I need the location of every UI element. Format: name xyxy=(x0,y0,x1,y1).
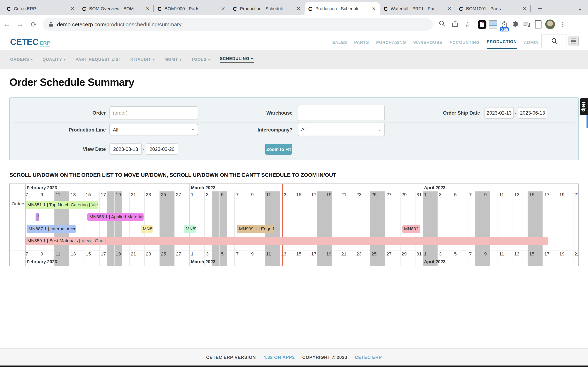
bar-link[interactable]: View xyxy=(81,238,91,243)
url-bar[interactable]: demo.cetecerp.com/productionscheduling/s… xyxy=(43,18,433,31)
day-tick-label: 15 xyxy=(529,251,535,257)
sidebar-panel-icon[interactable] xyxy=(532,19,544,30)
gantt-order-bar[interactable]: MN87 xyxy=(184,225,196,233)
back-button[interactable]: ← xyxy=(0,20,13,28)
cetec-favicon: C xyxy=(384,6,388,12)
browser-toolbar: ← → ⟳ demo.cetecerp.com/productionschedu… xyxy=(0,15,588,34)
bookmark-star-icon[interactable]: ☆ xyxy=(461,20,474,29)
day-tick-label: 23 xyxy=(146,192,151,197)
gantt-order-bar[interactable]: MN892.1 xyxy=(402,225,420,233)
tab-close-icon[interactable]: ✕ xyxy=(220,6,226,11)
subnav-mgmt[interactable]: MGMT▼ xyxy=(164,57,182,61)
browser-tab[interactable]: CProduction - Scheduli✕ xyxy=(229,2,304,15)
top-nav-purchasing[interactable]: PURCHASING xyxy=(376,35,406,49)
bar-link[interactable]: View xyxy=(91,202,98,208)
tab-title: Waterfall - PRT1 - Par xyxy=(391,6,446,11)
top-nav-production[interactable]: PRODUCTION xyxy=(487,34,517,49)
browser-tab[interactable]: CBOM1001 - Parts✕ xyxy=(455,2,531,15)
browser-tab[interactable]: CProduction - Scheduli✕ xyxy=(304,2,380,15)
page-footer: CETEC ERP VERSION 4.82 ON APP2 COPYRIGHT… xyxy=(0,348,588,365)
day-tick-label: 13 xyxy=(71,192,76,197)
share-icon[interactable] xyxy=(449,20,461,29)
day-tick-label: 15 xyxy=(296,251,302,257)
subnav-kitaudit[interactable]: KITAUDIT▼ xyxy=(130,57,156,61)
production-line-select[interactable]: All ▼ xyxy=(109,124,198,135)
gantt-order-bar[interactable]: MN859.1 | Best Materials | View | Gantt xyxy=(26,237,548,245)
hamburger-menu-button[interactable] xyxy=(568,36,579,46)
tab-close-icon[interactable]: ✕ xyxy=(522,6,527,11)
footer-brand-link[interactable]: CETEC ERP xyxy=(355,354,382,360)
browser-menu-kebab-icon[interactable]: ⋮ xyxy=(557,21,569,28)
gantt-order-bar[interactable]: MN909.1 | Edge Pro xyxy=(237,225,274,233)
top-nav-warehouse[interactable]: WAREHOUSE xyxy=(413,35,442,49)
day-tick-label: 15 xyxy=(86,251,91,257)
top-nav-admin[interactable]: ADMIN xyxy=(524,35,539,49)
subnav-scheduling[interactable]: SCHEDULING▼ xyxy=(220,56,254,62)
subnav-quality[interactable]: QUALITY▼ xyxy=(43,57,67,61)
subnav-tools[interactable]: TOOLS▼ xyxy=(191,57,211,61)
browser-tab[interactable]: CBOM Overview - BOM✕ xyxy=(78,2,154,15)
page-title: Order Schedule Summary xyxy=(9,76,134,89)
tab-strip: CCetec ERP✕CBOM Overview - BOM✕CBOM1000 … xyxy=(0,0,588,15)
timer-badge: 0.55 xyxy=(500,27,509,31)
top-nav-accounting[interactable]: ACCOUNTING xyxy=(449,35,480,49)
ship-date-to-input[interactable] xyxy=(518,107,547,119)
zoom-to-fit-button[interactable]: Zoom to Fit xyxy=(265,144,292,155)
window-bottom-edge xyxy=(0,366,588,367)
profile-avatar[interactable] xyxy=(545,20,555,29)
extension-screenshot-icon[interactable] xyxy=(488,19,499,30)
gantt-order-bar[interactable]: MN89 xyxy=(141,225,153,233)
caret-down-icon: ▼ xyxy=(63,58,67,62)
day-tick-label: 17 xyxy=(101,192,106,197)
forward-button[interactable]: → xyxy=(13,20,27,28)
day-tick-label: 27 xyxy=(176,251,181,257)
ship-date-from-input[interactable] xyxy=(484,107,514,119)
playlist-icon[interactable] xyxy=(521,19,532,30)
browser-tab[interactable]: CBOM1000 - Parts✕ xyxy=(154,2,229,15)
warehouse-input[interactable] xyxy=(298,105,385,121)
view-date-from-input[interactable] xyxy=(109,143,142,155)
day-tick-label: 5 xyxy=(221,192,224,197)
browser-tab[interactable]: CWaterfall - PRT1 - Par✕ xyxy=(380,2,455,15)
cetec-logo[interactable]: CETEC ERP xyxy=(10,37,50,47)
gantt-order-bar[interactable]: MN xyxy=(36,213,39,221)
tab-close-icon[interactable]: ✕ xyxy=(69,6,75,11)
day-tick-label: 19 xyxy=(116,192,121,197)
gantt-order-bar[interactable]: MN888.1 | Applied Materials, Inc xyxy=(87,213,144,221)
extension-doc-icon[interactable] xyxy=(476,19,488,30)
zoom-page-icon[interactable] xyxy=(436,20,448,29)
subnav-part-request-list[interactable]: PART REQUEST LIST xyxy=(76,57,121,61)
tab-close-icon[interactable]: ✕ xyxy=(145,6,151,11)
subnav-orders[interactable]: ORDERS▼ xyxy=(10,57,34,61)
tab-close-icon[interactable]: ✕ xyxy=(371,6,377,11)
tab-search-chevron-icon[interactable]: ⌄ xyxy=(578,6,582,11)
day-tick-label: 31 xyxy=(416,251,422,257)
gantt-plot-area[interactable]: 7911131517192123252713579111315171921232… xyxy=(25,184,578,266)
intercompany-select[interactable]: All ⌄ xyxy=(298,123,385,136)
extension-timer-icon[interactable]: 0.55 xyxy=(499,19,510,30)
extensions-puzzle-icon[interactable] xyxy=(510,19,521,30)
scrollbar-thumb[interactable] xyxy=(587,115,588,128)
day-tick-label: 29 xyxy=(401,251,407,257)
day-tick-label: 21 xyxy=(574,251,578,257)
bar-link[interactable]: Gantt xyxy=(95,238,106,243)
tab-close-icon[interactable]: ✕ xyxy=(446,6,452,11)
logo-primary: CETEC xyxy=(10,37,39,47)
gantt-order-bar[interactable]: MN851.1 | Top Notch Catering | View | Ga… xyxy=(26,201,98,209)
help-tab[interactable]: Help xyxy=(580,98,588,115)
browser-tab[interactable]: CCetec ERP✕ xyxy=(3,2,78,15)
view-date-to-input[interactable] xyxy=(146,143,178,155)
bar-label: MN87 xyxy=(186,226,196,231)
tab-close-icon[interactable]: ✕ xyxy=(295,6,301,11)
reload-button[interactable]: ⟳ xyxy=(27,20,40,29)
top-nav-parts[interactable]: PARTS xyxy=(354,35,369,49)
gantt-order-bar[interactable]: MN887.1 | Internal Accounting xyxy=(26,225,76,233)
day-tick-label: 7 xyxy=(469,192,472,197)
global-search-button[interactable] xyxy=(541,34,567,48)
day-tick-label: 9 xyxy=(41,192,43,197)
new-tab-button[interactable]: + xyxy=(534,3,545,14)
top-nav-sales[interactable]: SALES xyxy=(332,35,347,49)
bar-label: | xyxy=(91,238,95,243)
footer-version-link[interactable]: 4.82 ON APP2 xyxy=(263,354,295,360)
order-input[interactable] xyxy=(109,106,198,119)
